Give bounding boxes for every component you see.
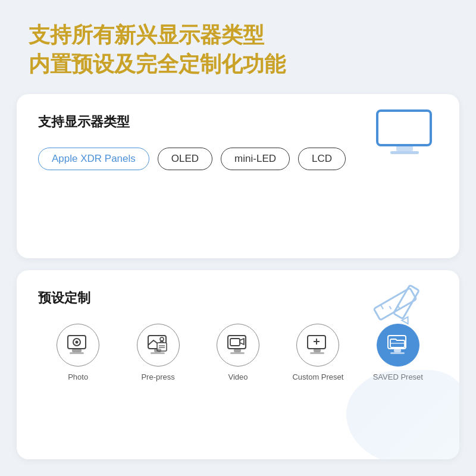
display-card: 支持显示器类型 Apple XDR Panels OLED mini-LED L… <box>17 94 459 258</box>
tools-icon-wrapper <box>365 280 443 339</box>
header-section: 支持所有新兴显示器类型 内置预设及完全定制化功能 <box>0 0 476 94</box>
preset-wave-decoration <box>346 370 459 459</box>
preset-label-saved: SAVED Preset <box>373 372 423 381</box>
svg-rect-2 <box>390 151 419 154</box>
svg-rect-22 <box>230 339 240 346</box>
svg-line-4 <box>381 305 383 309</box>
tag-mini-led[interactable]: mini-LED <box>221 148 290 170</box>
svg-rect-30 <box>310 352 324 354</box>
preset-label-photo: Photo <box>68 372 88 381</box>
svg-rect-19 <box>154 349 161 352</box>
svg-rect-20 <box>151 352 165 354</box>
preset-item-custom[interactable]: Custom Preset <box>278 324 358 381</box>
preset-circle-photo <box>57 324 99 367</box>
preset-circle-video <box>217 324 259 367</box>
svg-marker-23 <box>240 339 244 345</box>
svg-line-5 <box>390 306 392 309</box>
svg-rect-25 <box>230 352 245 354</box>
photo-icon <box>66 334 90 356</box>
header-line1: 支持所有新兴显示器类型 <box>29 21 447 48</box>
tag-oled[interactable]: OLED <box>158 148 212 170</box>
monitor-icon-wrapper <box>372 106 438 159</box>
svg-rect-7 <box>393 285 419 319</box>
tag-apple-xdr[interactable]: Apple XDR Panels <box>38 148 149 170</box>
preset-label-video: Video <box>228 372 248 381</box>
svg-rect-34 <box>390 352 405 354</box>
tools-icon <box>365 280 443 339</box>
header-line2: 内置预设及完全定制化功能 <box>29 51 447 77</box>
prepress-icon <box>146 334 170 356</box>
svg-rect-12 <box>72 349 82 352</box>
preset-item-video[interactable]: Video <box>198 324 278 381</box>
svg-point-11 <box>76 340 79 343</box>
tag-lcd[interactable]: LCD <box>298 148 346 170</box>
preset-item-prepress[interactable]: Pre-press <box>118 324 198 381</box>
monitor-icon <box>372 106 438 159</box>
svg-rect-0 <box>377 111 431 145</box>
cards-area: 支持显示器类型 Apple XDR Panels OLED mini-LED L… <box>0 94 476 476</box>
preset-label-prepress: Pre-press <box>141 372 174 381</box>
svg-rect-13 <box>70 352 84 354</box>
preset-label-custom: Custom Preset <box>292 372 343 381</box>
page-wrapper: 支持所有新兴显示器类型 内置预设及完全定制化功能 支持显示器类型 Apple X… <box>0 0 476 476</box>
svg-rect-33 <box>394 349 401 352</box>
preset-card: 预设定制 Photo <box>17 270 459 459</box>
preset-item-photo[interactable]: Photo <box>38 324 118 381</box>
svg-rect-29 <box>314 349 321 352</box>
preset-circle-custom <box>296 324 339 367</box>
custom-preset-icon <box>306 334 330 356</box>
video-icon <box>226 334 250 356</box>
svg-rect-1 <box>396 145 413 151</box>
preset-circle-prepress <box>137 324 180 367</box>
svg-rect-24 <box>234 349 241 352</box>
